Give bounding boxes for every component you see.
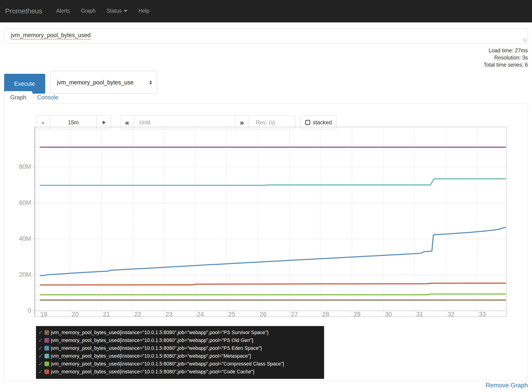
x-tick-label: 24 (197, 311, 204, 318)
nav-item-status[interactable]: Status (101, 0, 133, 22)
x-tick-label: 27 (291, 311, 298, 318)
nav-item-alerts[interactable]: Alerts (51, 0, 75, 22)
series-swatch (45, 354, 49, 358)
y-tick-label: 60M (19, 199, 31, 206)
series-line-metaspace (40, 179, 505, 185)
series-label: jvm_memory_pool_bytes_used{instance="10.… (51, 338, 253, 343)
range-input[interactable]: 15m (50, 116, 97, 129)
minus-icon: - (42, 118, 44, 126)
legend-item[interactable]: ✓jvm_memory_pool_bytes_used{instance="10… (38, 368, 324, 376)
check-icon: ✓ (38, 361, 43, 367)
until-placeholder: Until (139, 119, 150, 126)
execute-button[interactable]: Execute (4, 74, 45, 94)
checkbox-icon (305, 120, 310, 125)
series-line-code-cache (40, 283, 505, 285)
stacked-toggle[interactable]: stacked (300, 116, 337, 129)
rewind-icon: « (125, 119, 129, 126)
nav-item-label: Help (139, 8, 149, 14)
series-swatch (45, 346, 49, 350)
time-back-button[interactable]: « (120, 116, 134, 129)
series-swatch (45, 338, 49, 343)
select-arrows-icon: ▲▼ (149, 80, 152, 85)
chart-legend: ✓jvm_memory_pool_bytes_used{instance="10… (36, 326, 324, 379)
nav-item-label: Alerts (56, 8, 70, 14)
total-time-series: Total time series: 6 (484, 61, 528, 69)
legend-item[interactable]: ✓jvm_memory_pool_bytes_used{instance="10… (38, 360, 324, 368)
fast-forward-icon: » (240, 119, 244, 126)
range-increase-button[interactable]: + (97, 116, 111, 129)
y-tick-label: 80M (19, 163, 31, 170)
check-icon: ✓ (38, 369, 43, 374)
tab-graph[interactable]: Graph (4, 91, 32, 103)
legend-item[interactable]: ✓jvm_memory_pool_bytes_used{instance="10… (38, 352, 324, 360)
metric-select-value: jvm_memory_pool_bytes_use (57, 79, 147, 86)
x-tick-label: 29 (354, 311, 361, 318)
plus-icon: + (102, 118, 106, 126)
nav-item-graph[interactable]: Graph (75, 0, 101, 22)
range-decrease-button[interactable]: - (36, 116, 50, 129)
legend-item[interactable]: ✓jvm_memory_pool_bytes_used{instance="10… (38, 329, 324, 336)
series-line-compressed-class-space (40, 294, 505, 295)
series-line-ps-eden-space (40, 227, 505, 275)
brand-link[interactable]: Prometheus (0, 7, 51, 15)
legend-item[interactable]: ✓jvm_memory_pool_bytes_used{instance="10… (38, 336, 324, 344)
check-icon: ✓ (38, 330, 43, 335)
x-tick-label: 31 (416, 311, 423, 318)
check-icon: ✓ (38, 353, 43, 359)
resolution-input[interactable]: Res. (s) (249, 116, 295, 129)
x-tick-label: 23 (166, 311, 173, 318)
y-tick-label: 0 (28, 307, 31, 314)
prometheus-page: Prometheus AlertsGraphStatusHelp jvm_mem… (0, 0, 532, 392)
y-tick-label: 20M (19, 271, 31, 278)
series-label: jvm_memory_pool_bytes_used{instance="10.… (51, 345, 262, 351)
res-placeholder: Res. (s) (256, 119, 275, 126)
tab-console[interactable]: Console (32, 91, 63, 103)
metric-select[interactable]: jvm_memory_pool_bytes_use ▲▼ (50, 71, 157, 94)
x-tick-label: 25 (228, 311, 235, 318)
x-tick-label: 28 (322, 311, 329, 318)
x-tick-label: 30 (385, 311, 392, 318)
x-tick-label: 33 (479, 311, 486, 318)
series-label: jvm_memory_pool_bytes_used{instance="10.… (51, 361, 284, 367)
series-label: jvm_memory_pool_bytes_used{instance="10.… (51, 353, 251, 359)
x-tick-label: 26 (259, 311, 266, 318)
until-input[interactable]: Until (134, 116, 235, 129)
x-tick-label: 21 (103, 311, 110, 318)
plot-border (35, 127, 506, 317)
x-tick-label: 19 (40, 311, 47, 318)
check-icon: ✓ (38, 338, 43, 343)
resize-handle-icon[interactable] (523, 38, 527, 42)
check-icon: ✓ (38, 345, 43, 351)
x-tick-label: 22 (134, 311, 141, 318)
graph-panel: - 15m + « Until » Res. (s) stacked 020M4… (4, 103, 528, 381)
load-time: Load time: 27ms (484, 47, 528, 54)
range-value: 15m (68, 119, 79, 126)
nav-item-help[interactable]: Help (133, 0, 155, 22)
x-tick-label: 20 (72, 311, 79, 318)
stacked-label: stacked (313, 119, 332, 126)
x-tick-label: 32 (448, 311, 454, 318)
y-tick-label: 40M (19, 235, 31, 242)
series-swatch (45, 369, 49, 374)
series-swatch (45, 330, 49, 335)
query-text: jvm_memory_pool_bytes_used (11, 32, 91, 38)
series-label: jvm_memory_pool_bytes_used{instance="10.… (51, 369, 254, 375)
chevron-down-icon (124, 10, 127, 12)
navbar: Prometheus AlertsGraphStatusHelp (0, 0, 532, 22)
series-swatch (45, 362, 49, 366)
query-input[interactable]: jvm_memory_pool_bytes_used (4, 28, 528, 43)
query-stats: Load time: 27ms Resolution: 3s Total tim… (484, 47, 528, 69)
nav-item-label: Graph (81, 8, 96, 14)
remove-graph-link[interactable]: Remove Graph (486, 382, 528, 389)
legend-item[interactable]: ✓jvm_memory_pool_bytes_used{instance="10… (38, 344, 324, 352)
resolution: Resolution: 3s (484, 54, 528, 61)
series-label: jvm_memory_pool_bytes_used{instance="10.… (51, 330, 268, 336)
time-forward-button[interactable]: » (235, 116, 249, 129)
nav-items: AlertsGraphStatusHelp (51, 0, 155, 22)
nav-item-label: Status (106, 8, 121, 14)
